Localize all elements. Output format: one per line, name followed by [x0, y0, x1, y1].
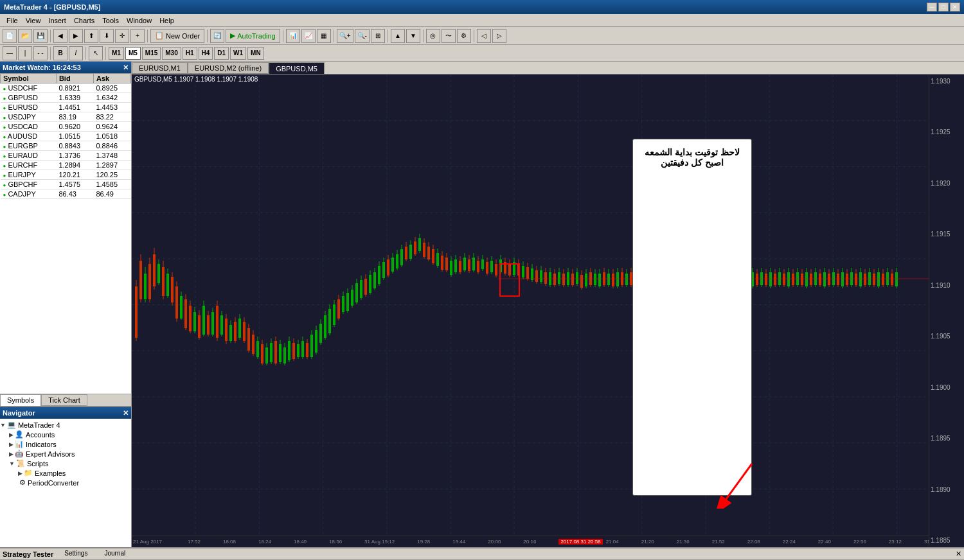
nav-item-indicators[interactable]: ▶📊Indicators	[0, 439, 131, 449]
nav-item-accounts[interactable]: ▶👤Accounts	[0, 430, 131, 439]
nav-item-metatrader-4[interactable]: ▼💻MetaTrader 4	[0, 420, 131, 430]
tb-chart-type1[interactable]: 📊	[286, 29, 300, 43]
mw-ask: 1.0518	[93, 132, 130, 141]
close-tester-btn[interactable]: ✕	[956, 550, 961, 558]
sep7	[423, 30, 424, 42]
tf-m5[interactable]: M5	[125, 47, 141, 60]
tb-chart-type2[interactable]: 📈	[301, 29, 316, 43]
tf-h4[interactable]: H4	[199, 47, 213, 60]
tb-other1[interactable]: ▲	[391, 29, 405, 43]
market-watch-row[interactable]: ● GBPCHF 1.4575 1.4585	[1, 180, 131, 189]
tb-arrow-left[interactable]: ◀	[53, 29, 67, 43]
menu-charts[interactable]: Charts	[70, 15, 98, 26]
tb-open[interactable]: 📂	[18, 29, 32, 43]
tb-grid[interactable]: ⊞	[371, 29, 385, 43]
tb-zoom-in2[interactable]: 🔍+	[337, 29, 353, 43]
sep-tf3	[105, 47, 106, 60]
tb-zoom-out[interactable]: 🔍-	[355, 29, 370, 43]
sep-tf2	[85, 47, 86, 60]
market-watch-row[interactable]: ● USDCHF 0.8921 0.8925	[1, 83, 131, 93]
tf-d1[interactable]: D1	[214, 47, 229, 60]
tab-tick-chart[interactable]: Tick Chart	[41, 394, 87, 406]
callout-line1: لاحظ توقيت بداية الشمعه	[645, 147, 740, 157]
tb-other2[interactable]: ▼	[406, 29, 420, 43]
market-watch-row[interactable]: ● USDJPY 83.19 83.22	[1, 112, 131, 122]
mw-ask: 1.2897	[93, 161, 130, 170]
tb-arrow-up[interactable]: ⬆	[84, 29, 98, 43]
market-watch-row[interactable]: ● USDCAD 0.9620 0.9624	[1, 122, 131, 132]
toolbar1: 📄 📂 💾 ◀ ▶ ⬆ ⬇ ✛ + 📋 New Order 🔄 ▶ AutoTr…	[0, 27, 964, 45]
tb-line[interactable]: —	[3, 46, 17, 60]
tb-arrow-down[interactable]: ⬇	[100, 29, 114, 43]
mw-ask: 0.9624	[93, 122, 130, 132]
market-watch-row[interactable]: ● CADJPY 86.43 86.49	[1, 189, 131, 199]
tf-m30[interactable]: M30	[162, 47, 181, 60]
market-watch-row[interactable]: ● EURJPY 120.21 120.25	[1, 170, 131, 180]
left-panel: Market Watch: 16:24:53 ✕ Symbol Bid Ask …	[0, 62, 132, 547]
menu-tools[interactable]: Tools	[98, 15, 123, 26]
tb-save[interactable]: 💾	[33, 29, 48, 43]
tb-crosshair[interactable]: ✛	[115, 29, 129, 43]
market-watch-row[interactable]: ● EURCHF 1.2894 1.2897	[1, 161, 131, 170]
tf-m1[interactable]: M1	[109, 47, 124, 60]
mw-symbol: ● CADJPY	[1, 189, 57, 199]
tester-tab-settings[interactable]: Settings	[58, 549, 93, 559]
col-symbol: Symbol	[1, 74, 57, 83]
menu-window[interactable]: Window	[123, 15, 156, 26]
market-watch-row[interactable]: ● GBPUSD 1.6339 1.6342	[1, 93, 131, 103]
tb-circle[interactable]: ◎	[426, 29, 440, 43]
menu-file[interactable]: File	[3, 15, 22, 26]
market-watch-close[interactable]: ✕	[123, 64, 129, 72]
tf-m15[interactable]: M15	[142, 47, 161, 60]
tb-cursor[interactable]: ↖	[89, 46, 103, 60]
autotrading-btn[interactable]: ▶ AutoTrading	[226, 29, 280, 43]
close-btn[interactable]: ✕	[950, 3, 960, 12]
mw-symbol: ● USDCHF	[1, 83, 57, 93]
mw-symbol: ● GBPCHF	[1, 180, 57, 189]
market-watch-row[interactable]: ● AUDUSD 1.0515 1.0518	[1, 132, 131, 141]
tb-green-circle[interactable]: 🔄	[210, 29, 224, 43]
tb-misc1[interactable]: ◁	[477, 29, 491, 43]
minimize-btn[interactable]: ─	[927, 3, 937, 12]
mw-bid: 1.6339	[56, 93, 93, 103]
tb-settings[interactable]: ⚙	[457, 29, 471, 43]
tb-italic[interactable]: I	[69, 46, 83, 60]
mw-symbol: ● AUDUSD	[1, 132, 57, 141]
chart-tab-eurusd-m1[interactable]: EURUSD,M1	[132, 62, 188, 74]
tab-symbols[interactable]: Symbols	[0, 394, 41, 406]
tb-wave[interactable]: 〜	[442, 29, 456, 43]
tb-new[interactable]: 📄	[3, 29, 17, 43]
market-watch-row[interactable]: ● EURUSD 1.4451 1.4453	[1, 103, 131, 112]
mw-bid: 0.8843	[56, 141, 93, 151]
tb-chart-type3[interactable]: ▦	[317, 29, 331, 43]
navigator-close[interactable]: ✕	[123, 409, 129, 417]
new-order-btn[interactable]: 📋 New Order	[150, 29, 204, 43]
chart-tab-gbpusd-m5[interactable]: GBPUSD,M5	[269, 62, 325, 74]
mw-ask: 86.49	[93, 189, 130, 199]
tf-mn[interactable]: MN	[247, 47, 264, 60]
tb-misc2[interactable]: ▷	[492, 29, 506, 43]
nav-item-periodconverter[interactable]: ⚙PeriodConverter	[0, 478, 131, 487]
maximize-btn[interactable]: □	[938, 3, 949, 12]
tf-h1[interactable]: H1	[183, 47, 197, 60]
tb-zoom-in[interactable]: +	[130, 29, 145, 43]
nav-item-examples[interactable]: ▶📁Examples	[0, 468, 131, 478]
mw-symbol: ● EURCHF	[1, 161, 57, 170]
callout-line2: اصبح كل دفيقتين	[645, 157, 740, 168]
chart-tab-eurusd-m2[interactable]: EURUSD,M2 (offline)	[188, 62, 269, 74]
market-watch-row[interactable]: ● EURGBP 0.8843 0.8846	[1, 141, 131, 151]
tb-arrow-right[interactable]: ▶	[69, 29, 83, 43]
tb-dash[interactable]: - -	[33, 46, 48, 60]
tester-tab-journal[interactable]: Journal	[98, 549, 131, 559]
menu-insert[interactable]: Insert	[44, 15, 70, 26]
market-watch-row[interactable]: ● EURAUD 1.3736 1.3748	[1, 151, 131, 161]
nav-item-scripts[interactable]: ▼📜Scripts	[0, 459, 131, 468]
menu-view[interactable]: View	[22, 15, 45, 26]
mw-ask: 0.8925	[93, 83, 130, 93]
chart-canvas[interactable]: GBPUSD,M5 1.1907 1.1908 1.1907 1.1908 1.…	[132, 74, 964, 547]
tb-line2[interactable]: |	[18, 46, 32, 60]
tf-w1[interactable]: W1	[230, 47, 246, 60]
menu-help[interactable]: Help	[156, 15, 178, 26]
nav-item-expert-advisors[interactable]: ▶🤖Expert Advisors	[0, 449, 131, 459]
tb-bold[interactable]: B	[53, 46, 67, 60]
